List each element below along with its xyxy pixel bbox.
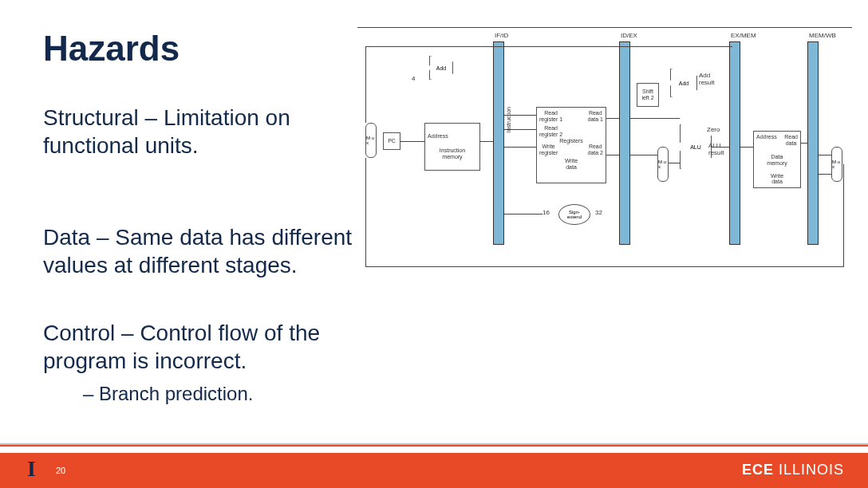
instruction-memory: Address Instruction memory bbox=[424, 123, 480, 171]
imem-label: Instruction memory bbox=[440, 148, 465, 159]
illinois-block-i-icon: I bbox=[27, 456, 35, 482]
footer-bar bbox=[0, 453, 868, 488]
stage-label-memwb: MEM/WB bbox=[809, 32, 836, 39]
rf-writedata: Write data bbox=[539, 158, 603, 170]
stage-label-ifid: IF/ID bbox=[495, 32, 508, 39]
rf-readreg2: Read register 2 bbox=[539, 125, 562, 137]
adder-branch: Add bbox=[670, 69, 697, 97]
imem-address-label: Address bbox=[428, 133, 448, 140]
signext-in: 16 bbox=[542, 209, 550, 216]
footer-affiliation: ECE ILLINOIS bbox=[742, 462, 844, 478]
alu-zero: Zero bbox=[707, 126, 720, 133]
pc: PC bbox=[383, 132, 400, 150]
reg-memwb bbox=[807, 41, 819, 245]
footer: I 20 ECE ILLINOIS bbox=[0, 443, 868, 488]
dmem-wd: Write data bbox=[756, 173, 798, 185]
reg-exmem bbox=[729, 41, 740, 245]
slide: Hazards Structural – Limitation on funct… bbox=[0, 0, 868, 488]
dmem-addr: Address bbox=[756, 134, 777, 146]
page-number: 20 bbox=[56, 466, 65, 475]
paragraph-structural: Structural – Limitation on functional un… bbox=[43, 104, 330, 159]
add-result-label: Add result bbox=[699, 72, 715, 86]
stage-label-exmem: EX/MEM bbox=[731, 32, 756, 39]
sign-extend: Sign- extend bbox=[558, 204, 590, 225]
register-file: Read register 1 Read data 1 Read registe… bbox=[536, 107, 606, 183]
paragraph-data: Data – Same data has different values at… bbox=[43, 223, 394, 279]
rf-writereg: Write register bbox=[539, 144, 558, 155]
footer-dept: ECE bbox=[742, 462, 774, 478]
paragraph-control: Control – Control flow of the program is… bbox=[43, 319, 394, 375]
sub-bullet-branch-prediction: Branch prediction. bbox=[83, 383, 253, 405]
data-memory: Address Read data Data memory Write data bbox=[753, 131, 801, 188]
slide-title: Hazards bbox=[43, 29, 180, 69]
reg-idex bbox=[619, 41, 630, 245]
signext-out: 32 bbox=[595, 209, 602, 216]
footer-school: ILLINOIS bbox=[779, 462, 844, 478]
mux-alu-src: M u x bbox=[657, 147, 669, 182]
rf-readreg1: Read register 1 bbox=[539, 110, 562, 122]
dmem-rd: Read data bbox=[784, 134, 798, 146]
mux-pc: M u x bbox=[365, 123, 377, 158]
stage-label-idex: ID/EX bbox=[621, 32, 637, 39]
rf-readdata1: Read data 1 bbox=[588, 110, 603, 122]
dmem-title: Data memory bbox=[756, 154, 798, 166]
alu-result: ALU result bbox=[708, 142, 724, 156]
shift-left-2: Shift left 2 bbox=[637, 83, 659, 107]
pipeline-diagram: IF/ID ID/EX EX/MEM MEM/WB M u x PC Addre… bbox=[357, 27, 852, 274]
adder-pc4: Add bbox=[429, 56, 453, 80]
rf-readdata2: Read data 2 bbox=[588, 144, 603, 155]
rf-title: Registers bbox=[539, 138, 603, 144]
mux-wb: M u x bbox=[831, 147, 842, 182]
reg-ifid bbox=[493, 41, 504, 245]
const-4: 4 bbox=[412, 75, 415, 82]
